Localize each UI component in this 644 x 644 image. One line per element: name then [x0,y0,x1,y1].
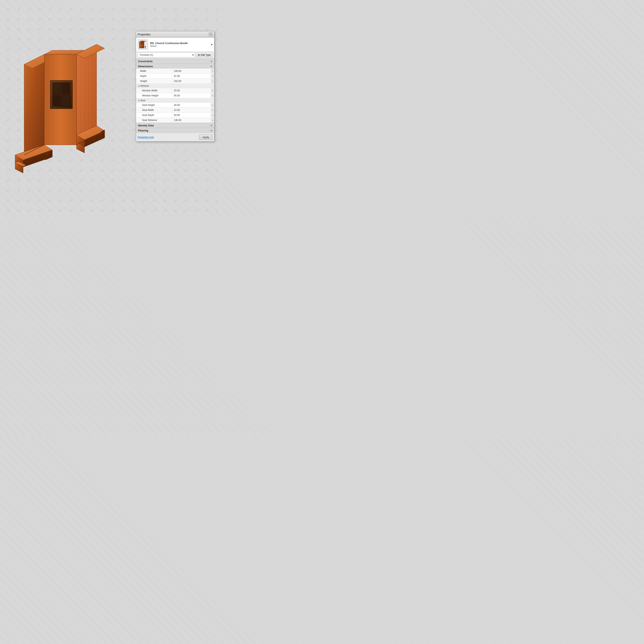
dimensions-section-header[interactable]: Dimensions » [136,64,214,69]
height-label: Height [136,79,172,84]
identity-data-label: Identity Data [138,124,154,127]
seat-height-edit-btn[interactable]: ▪ [211,103,214,107]
svg-rect-42 [141,42,144,44]
panel-titlebar[interactable]: Properties × [136,31,214,38]
window-height-label: Window Height [136,93,172,98]
property-row-seat-depth: Seat Depth 40.00 ▪ [136,113,214,118]
width-edit-btn[interactable]: ▪ [211,69,214,73]
canvas-area [0,0,121,217]
width-label: Width [136,69,172,73]
window-subsection[interactable]: ▸ Window [136,84,214,88]
item-name: RD_Church Confession Booth Wood [150,42,209,47]
type-dropdown[interactable]: Furniture (1) [138,53,195,57]
seat-depth-edit-btn[interactable]: ▪ [211,113,214,117]
edit-type-button[interactable]: ⊞ Edit Type [196,53,213,57]
property-row-width: Width 100.00 ▪ [136,69,214,74]
dimensions-label: Dimensions [138,65,153,68]
window-width-label: Window Width [136,88,172,93]
window-width-edit-btn[interactable]: ▪ [211,88,214,93]
svg-rect-43 [139,42,141,48]
seat-distance-edit-btn[interactable]: ▪ [211,118,214,122]
seat-height-value: 40.00 [172,103,211,107]
svg-rect-44 [144,41,146,42]
seat-width-value: 22.00 [172,108,211,112]
seat-distance-value: 130.00 [172,118,211,122]
constraints-collapse-icon: « [211,60,212,63]
properties-help-link[interactable]: Properties help [138,136,154,139]
item-icon [138,39,148,50]
window-height-value: 45.00 [172,94,211,98]
seat-width-edit-btn[interactable]: ▪ [211,108,214,112]
window-subsection-label: ▸ Window [138,85,149,87]
phasing-label: Phasing [138,129,148,132]
svg-point-45 [145,46,146,47]
property-row-height: Height 152.00 ▪ [136,79,214,84]
window-width-value: 25.00 [172,89,211,93]
dimensions-collapse-icon: » [211,65,212,68]
identity-data-section-header[interactable]: Identity Data « [136,123,214,128]
width-value: 100.00 [172,69,211,73]
edit-type-label: Edit Type [201,54,211,56]
constraints-label: Constraints [138,60,153,63]
close-button[interactable]: × [209,33,213,36]
constraints-section-header[interactable]: Constraints « [136,59,214,64]
svg-rect-26 [62,96,69,106]
property-row-seat-width: Seat Width 22.00 ▪ [136,108,214,113]
properties-panel: Properties × [136,31,214,141]
edit-type-icon: ⊞ [198,54,200,56]
seat-depth-label: Seat Depth [136,113,172,118]
panel-title: Properties [138,33,151,36]
item-name-main: RD_Church Confession Booth [150,42,209,45]
furniture-illustration [8,38,113,179]
item-dropdown-arrow[interactable]: ▾ [211,43,213,46]
depth-label: Depth [136,74,172,78]
apply-button[interactable]: Apply [199,135,213,140]
seat-width-label: Seat Width [136,108,172,112]
window-height-edit-btn[interactable]: ▪ [211,93,214,98]
depth-edit-btn[interactable]: ▪ [211,74,214,78]
height-value: 152.00 [172,79,211,83]
phasing-section-header[interactable]: Phasing « [136,128,214,133]
svg-marker-0 [24,54,44,155]
seat-subsection-label: ▸ Seat [138,99,145,102]
seat-subsection[interactable]: ▸ Seat [136,98,214,103]
seat-depth-value: 40.00 [172,113,211,117]
depth-value: 91.00 [172,74,211,78]
seat-distance-label: Seat Distance [136,118,172,123]
property-row-seat-distance: Seat Distance 130.00 ▪ [136,118,214,123]
height-edit-btn[interactable]: ▪ [211,79,214,83]
svg-rect-25 [53,84,60,94]
panel-header: RD_Church Confession Booth Wood ▾ [136,38,214,52]
item-name-sub: Wood [150,45,209,47]
property-row-depth: Depth 91.00 ▪ [136,74,214,79]
property-row-seat-height: Seat Height 40.00 ▪ [136,103,214,108]
phasing-collapse-icon: « [211,129,212,132]
svg-rect-46 [145,47,146,48]
seat-height-label: Seat Height [136,103,172,107]
property-row-window-width: Window Width 25.00 ▪ [136,88,214,93]
identity-data-collapse-icon: « [211,124,212,127]
panel-footer: Properties help Apply [136,133,214,141]
type-selector-row: Furniture (1) ⊞ Edit Type [136,52,214,59]
property-row-window-height: Window Height 45.00 ▪ [136,93,214,98]
